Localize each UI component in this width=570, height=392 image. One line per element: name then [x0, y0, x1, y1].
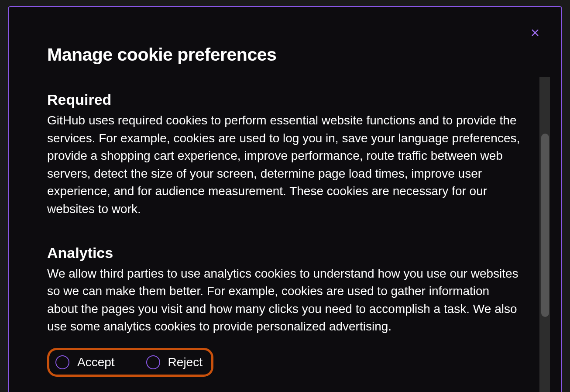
scrollbar-track[interactable]	[539, 77, 550, 392]
modal-title: Manage cookie preferences	[47, 45, 523, 65]
analytics-radio-group: Accept Reject	[47, 348, 213, 377]
section-heading-required: Required	[47, 91, 523, 108]
radio-accept-label: Accept	[77, 355, 115, 369]
modal-content: Manage cookie preferences Required GitHu…	[9, 7, 561, 392]
section-heading-analytics: Analytics	[47, 244, 523, 261]
section-analytics: Analytics We allow third parties to use …	[47, 244, 523, 377]
section-body-required: GitHub uses required cookies to perform …	[47, 112, 523, 218]
radio-reject[interactable]: Reject	[146, 355, 203, 369]
radio-circle-icon	[55, 355, 69, 369]
radio-reject-label: Reject	[168, 355, 203, 369]
cookie-preferences-modal: Manage cookie preferences Required GitHu…	[8, 6, 562, 392]
section-body-analytics: We allow third parties to use analytics …	[47, 265, 523, 336]
radio-circle-icon	[146, 355, 160, 369]
scrollbar-thumb[interactable]	[541, 134, 549, 317]
radio-accept[interactable]: Accept	[55, 355, 115, 369]
section-required: Required GitHub uses required cookies to…	[47, 91, 523, 218]
